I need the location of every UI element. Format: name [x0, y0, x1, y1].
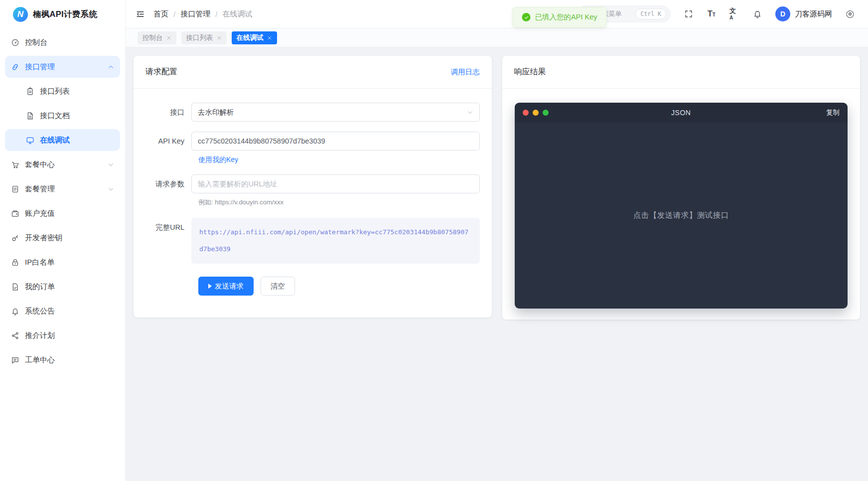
- sidebar-item-api-docs[interactable]: 接口文档: [5, 105, 120, 127]
- send-request-label: 发送请求: [215, 282, 244, 291]
- sidebar-item-label: 接口管理: [25, 62, 55, 72]
- sidebar-item-api-management[interactable]: 接口管理: [5, 56, 120, 78]
- tab-label: 控制台: [143, 33, 163, 42]
- sidebar-item-online-debug[interactable]: 在线调试: [5, 129, 120, 151]
- translate-icon[interactable]: 文A: [729, 9, 739, 19]
- panel-title: 请求配置: [145, 67, 177, 77]
- sidebar-item-label: 控制台: [25, 38, 47, 47]
- document-icon: [26, 112, 34, 120]
- lock-icon: [11, 258, 19, 267]
- close-icon[interactable]: [267, 35, 272, 40]
- share-icon: [11, 331, 19, 340]
- app-title: 楠枫API计费系统: [33, 9, 97, 20]
- wallet-icon: [11, 209, 19, 218]
- tab-bar: 控制台 接口列表 在线调试: [126, 28, 868, 47]
- breadcrumb-current: 在线调试: [222, 9, 252, 19]
- sidebar-item-label: 接口列表: [40, 87, 70, 96]
- tab-label: 接口列表: [186, 33, 213, 42]
- toast-message: 已填入您的API Key: [535, 12, 597, 22]
- app-logo-icon: N: [13, 7, 28, 22]
- settings-gear-icon[interactable]: [845, 9, 855, 19]
- app-logo-row[interactable]: N 楠枫API计费系统: [0, 0, 125, 28]
- chevron-down-icon: [108, 161, 114, 168]
- console-header: JSON 复制: [515, 103, 848, 123]
- clear-button[interactable]: 清空: [261, 277, 295, 296]
- response-result-card: 响应结果 JSON 复制: [502, 56, 861, 320]
- sidebar-item-my-orders[interactable]: 我的订单: [5, 276, 120, 298]
- panel-title: 响应结果: [514, 67, 546, 77]
- params-hint: 例如: https://v.douyin.com/xxx: [198, 198, 480, 207]
- sidebar-item-label: 工单中心: [25, 355, 55, 365]
- sidebar-menu: 控制台 接口管理 接口列表 接口文档 在线调试 套餐中心: [0, 28, 125, 373]
- user-name: 刀客源码网: [795, 9, 832, 19]
- sidebar-item-label: 套餐中心: [25, 160, 55, 169]
- dashboard-icon: [11, 38, 19, 47]
- sidebar-item-label: 在线调试: [40, 136, 70, 145]
- close-icon[interactable]: [166, 35, 171, 40]
- traffic-lights: [523, 110, 549, 116]
- chevron-up-icon: [108, 64, 114, 70]
- sidebar-collapse-icon[interactable]: [134, 7, 146, 20]
- sidebar-item-dashboard[interactable]: 控制台: [5, 31, 120, 53]
- list-document-icon: [11, 185, 19, 193]
- use-my-key-link[interactable]: 使用我的Key: [198, 156, 238, 164]
- request-config-card: 请求配置 调用日志 接口 去水印解析 API K: [134, 56, 492, 318]
- params-label: 请求参数: [145, 174, 191, 193]
- call-log-link[interactable]: 调用日志: [451, 67, 480, 77]
- sidebar-item-account-recharge[interactable]: 账户充值: [5, 202, 120, 224]
- link-icon: [11, 63, 19, 71]
- sidebar-item-ip-whitelist[interactable]: IP白名单: [5, 251, 120, 273]
- cart-icon: [11, 160, 19, 169]
- full-url-label: 完整URL: [145, 218, 191, 237]
- tab-online-debug[interactable]: 在线调试: [232, 31, 277, 44]
- api-key-label: API Key: [145, 132, 191, 151]
- sidebar-item-api-list[interactable]: 接口列表: [5, 80, 120, 102]
- chevron-down-icon: [108, 186, 114, 192]
- sidebar-item-package-management[interactable]: 套餐管理: [5, 178, 120, 200]
- copy-button[interactable]: 复制: [826, 108, 840, 117]
- sidebar-item-label: 接口文档: [40, 111, 70, 121]
- avatar: D: [775, 6, 790, 21]
- api-select-label: 接口: [145, 103, 191, 122]
- monitor-icon: [26, 136, 34, 145]
- fullscreen-icon[interactable]: [684, 9, 694, 19]
- breadcrumb-home[interactable]: 首页: [153, 9, 168, 19]
- play-icon: [208, 284, 212, 289]
- console-body: 点击【发送请求】测试接口: [515, 123, 848, 309]
- topbar: 首页 / 接口管理 / 在线调试 已填入您的API Key 搜索菜单 Ctrl …: [126, 0, 868, 28]
- sidebar-item-package-center[interactable]: 套餐中心: [5, 154, 120, 175]
- tab-dashboard[interactable]: 控制台: [138, 31, 176, 44]
- traffic-light-yellow-icon: [533, 110, 539, 116]
- notification-bell-icon[interactable]: [752, 9, 762, 19]
- api-select[interactable]: 去水印解析: [191, 103, 480, 122]
- main-content: 请求配置 调用日志 接口 去水印解析 API K: [126, 47, 868, 481]
- request-config-header: 请求配置 调用日志: [134, 56, 492, 89]
- traffic-light-red-icon: [523, 110, 529, 116]
- close-icon[interactable]: [217, 35, 222, 40]
- response-result-body: JSON 复制 点击【发送请求】测试接口: [502, 89, 861, 320]
- sidebar-item-referral-program[interactable]: 推介计划: [5, 324, 120, 346]
- user-menu[interactable]: D 刀客源码网: [775, 6, 832, 21]
- console-format-label: JSON: [671, 109, 691, 117]
- key-icon: [11, 234, 19, 242]
- params-input[interactable]: [191, 174, 480, 193]
- send-request-button[interactable]: 发送请求: [198, 277, 254, 296]
- response-console: JSON 复制 点击【发送请求】测试接口: [515, 103, 848, 309]
- tab-api-list[interactable]: 接口列表: [181, 31, 227, 44]
- api-key-input[interactable]: [191, 132, 480, 151]
- breadcrumb-separator: /: [173, 10, 175, 18]
- breadcrumb-section[interactable]: 接口管理: [180, 9, 210, 19]
- sidebar-item-label: 开发者密钥: [25, 233, 62, 243]
- clipboard-icon: [26, 87, 34, 96]
- sidebar-item-label: 账户充值: [25, 209, 55, 218]
- clear-label: 清空: [271, 282, 285, 291]
- chevron-down-icon: [467, 109, 473, 116]
- app-root: N 楠枫API计费系统 控制台 接口管理 接口列表 接口文档: [0, 0, 868, 481]
- full-url-value: https://api.nfiii.com/api/open/watermark…: [191, 218, 480, 264]
- form-actions: 发送请求 清空: [198, 277, 480, 296]
- sidebar-item-announcements[interactable]: 系统公告: [5, 300, 120, 322]
- sidebar-item-developer-keys[interactable]: 开发者密钥: [5, 227, 120, 249]
- sidebar: N 楠枫API计费系统 控制台 接口管理 接口列表 接口文档: [0, 0, 126, 481]
- font-size-icon[interactable]: TT: [707, 9, 717, 19]
- sidebar-item-ticket-center[interactable]: 工单中心: [5, 349, 120, 371]
